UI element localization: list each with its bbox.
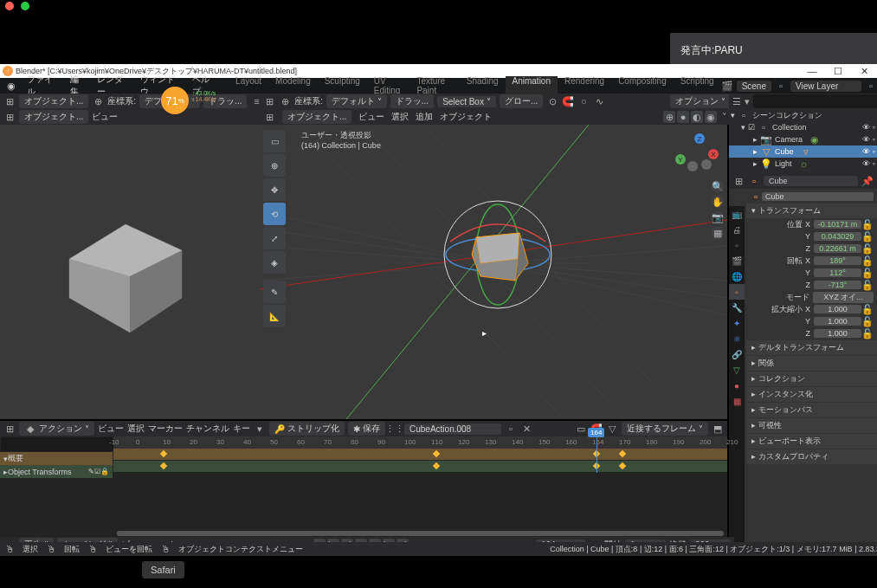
timeline-ruler[interactable]: -100102030405060708090100110120130140150… (113, 436, 727, 449)
editor-icon[interactable]: ⊞ (3, 423, 16, 435)
select-tool-icon[interactable]: ▭ (575, 423, 587, 435)
vpd-header[interactable]: ▸ ビューポート表示 (746, 434, 877, 449)
vp-view[interactable]: ビュー (92, 111, 118, 123)
ptab-scene[interactable]: 🎬 (729, 253, 745, 268)
chevron-down-icon[interactable]: ▾ (254, 423, 266, 435)
loc-y[interactable]: 0.043029 (814, 232, 861, 241)
minimize-button[interactable]: — (799, 66, 825, 77)
rot-y[interactable]: 112° (814, 268, 861, 277)
select-dd[interactable]: Select Box ˅ (437, 96, 496, 107)
vp-add[interactable]: 追加 (416, 111, 433, 123)
move-tool[interactable]: ✥ (263, 178, 286, 201)
editor-type-icon[interactable]: ⊞ (3, 95, 16, 107)
ptab-constraint[interactable]: 🔗 (729, 346, 745, 362)
ptab-output[interactable]: 🖨 (729, 222, 745, 237)
tab-sculpting[interactable]: Sculpting (318, 76, 367, 95)
lock-icon[interactable]: 🔓 (861, 327, 874, 339)
tab-compositing[interactable]: Compositing (611, 76, 674, 95)
channel-search[interactable] (1, 437, 113, 451)
scale-tool[interactable]: ⤢ (263, 227, 286, 249)
close-dot[interactable] (5, 2, 14, 10)
ptab-physics[interactable]: ⚛ (729, 331, 745, 346)
transform-header[interactable]: ▾ トランスフォーム (746, 204, 877, 218)
tl-channel[interactable]: チャンネル (186, 423, 229, 435)
scale-y[interactable]: 1.000 (814, 317, 861, 326)
close-button[interactable]: ✕ (851, 66, 877, 77)
magnet-icon[interactable]: 🧲 (562, 95, 574, 107)
solid-shade-icon[interactable]: ● (677, 111, 689, 123)
object-name[interactable]: Cube (764, 176, 858, 186)
transform-tool[interactable]: ◈ (263, 251, 286, 274)
blender-icon[interactable]: ◉ (0, 80, 22, 92)
vp-select[interactable]: 選択 (391, 111, 409, 123)
ptab-object[interactable]: ▫ (729, 284, 745, 300)
tree-scene[interactable]: ▾▫シーンコレクション (729, 109, 877, 121)
curve-icon[interactable]: ∿ (593, 95, 605, 107)
scale-x[interactable]: 1.000 (814, 305, 861, 313)
snap-icon[interactable]: ⊙ (546, 95, 558, 107)
annotate-tool[interactable]: ✎ (263, 281, 286, 303)
tl-view[interactable]: ビュー (98, 423, 124, 435)
rot-z[interactable]: -713° (814, 281, 861, 289)
tab-rendering[interactable]: Rendering (558, 76, 611, 95)
tab-texture[interactable]: Texture Paint (409, 76, 459, 95)
drag-dd2[interactable]: ドラッ... (390, 94, 434, 108)
action-new-icon[interactable]: ▫ (505, 423, 517, 435)
select-tool[interactable]: ▭ (263, 130, 286, 152)
zoom-icon[interactable]: 🔍 (712, 180, 724, 192)
loc-x[interactable]: -0.10171 m (814, 220, 861, 229)
strip-btn[interactable]: 🔑 ストリップ化 (269, 422, 345, 436)
ptab-render[interactable]: 📺 (729, 206, 745, 222)
coll-header[interactable]: ▸ コレクション (746, 372, 877, 386)
scene-field[interactable]: Scene (737, 81, 771, 92)
playhead[interactable]: 164 (596, 436, 597, 473)
delta-header[interactable]: ▸ デルタトランスフォーム (746, 340, 877, 355)
tab-modeling[interactable]: Modeling (268, 76, 318, 95)
tree-light[interactable]: ▸💡Light☼👁 ▫ (729, 158, 877, 170)
viewlayer-field[interactable]: View Layer (790, 81, 861, 92)
rot-x[interactable]: 189° (814, 256, 861, 265)
tree-cube[interactable]: ▸▽Cube▿👁 ▫ (729, 145, 877, 158)
cursor-icon[interactable]: ⊕ (279, 95, 291, 107)
ptab-texture[interactable]: ▦ (729, 393, 745, 409)
tl-scrollbar[interactable] (117, 531, 724, 536)
nav-gizmo[interactable]: X Y Z (675, 133, 719, 177)
tab-layout[interactable]: Layout (229, 76, 268, 95)
tree-collection[interactable]: ▾☑▫Collection👁 ▫ (729, 121, 877, 133)
cursor-tool-icon[interactable]: ⊕ (92, 95, 104, 107)
lock-icon[interactable]: 🔓 (861, 218, 874, 230)
camera-icon[interactable]: 📷 (712, 211, 724, 223)
rel-header[interactable]: ▸ 関係 (746, 356, 877, 371)
ptab-modifier[interactable]: 🔧 (729, 300, 745, 315)
zoom-dot[interactable] (21, 2, 29, 10)
coord-dd2[interactable]: デフォルト ˅ (326, 94, 387, 108)
measure-tool[interactable]: 📐 (263, 305, 286, 327)
nearest-dd[interactable]: 近接するフレーム ˅ (622, 422, 708, 436)
lock-icon[interactable]: 🔓 (861, 242, 874, 255)
left-viewport[interactable] (0, 125, 260, 419)
tab-scripting[interactable]: Scripting (674, 76, 721, 95)
object-name-field[interactable]: Cube (762, 192, 874, 201)
lock-icon[interactable]: 🔓 (861, 315, 874, 327)
ptab-material[interactable]: ● (729, 378, 745, 393)
editor-type-icon[interactable]: ⊞ (263, 95, 275, 107)
wireframe-shade-icon[interactable]: ⊕ (663, 111, 675, 123)
matprev-shade-icon[interactable]: ◐ (691, 111, 703, 123)
mode-button[interactable]: オブジェクト... (19, 110, 88, 124)
channel-transforms[interactable]: ▸ Object Transforms✎☑🔒 (0, 465, 113, 478)
global-dd[interactable]: グロー... (500, 94, 543, 108)
preserve-btn[interactable]: ✱ 保存 (348, 422, 385, 436)
tab-shading[interactable]: Shading (460, 76, 506, 95)
scene-new-icon[interactable]: ▫ (865, 80, 877, 92)
vp-view2[interactable]: ビュー (358, 111, 384, 123)
ptab-particle[interactable]: ✦ (729, 315, 745, 331)
proportional-icon[interactable]: ○ (577, 95, 590, 107)
rotate-tool[interactable]: ⟲ (263, 203, 286, 225)
scale-z[interactable]: 1.000 (814, 329, 861, 338)
rendered-shade-icon[interactable]: ◉ (705, 111, 717, 123)
lock-icon[interactable]: 🔓 (861, 255, 874, 267)
summary-channel[interactable]: ▾ 概要 (0, 452, 113, 465)
outliner-editor-icon[interactable]: ☰ (732, 95, 741, 107)
action-name[interactable]: CubeAction.008 (404, 423, 501, 435)
action-unlink-icon[interactable]: ✕ (520, 423, 532, 435)
